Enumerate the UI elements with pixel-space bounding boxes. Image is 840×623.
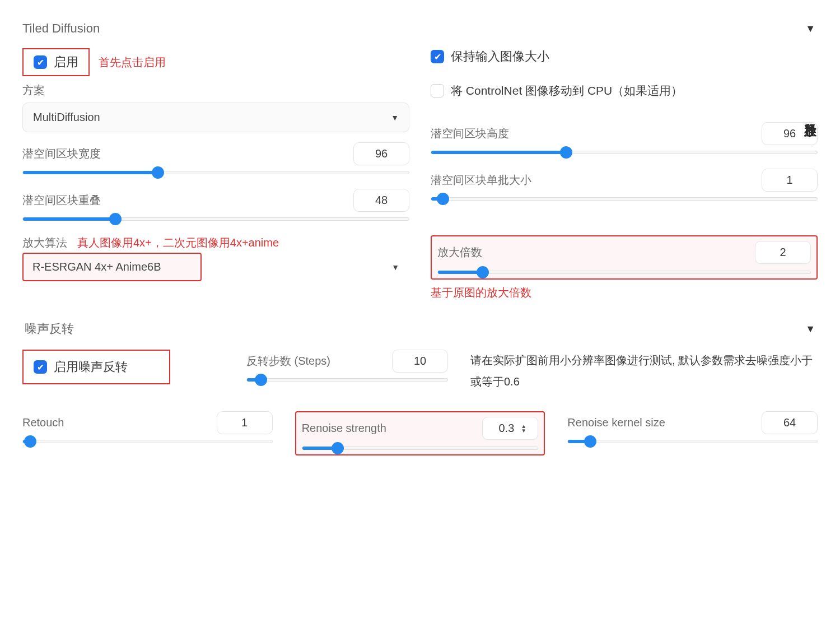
retouch-value[interactable]: 1 bbox=[217, 411, 273, 434]
move-controlnet-cpu-label: 将 ControlNet 图像移动到 CPU（如果适用） bbox=[451, 83, 683, 99]
tile-batch-slider[interactable] bbox=[431, 197, 818, 201]
collapse-icon[interactable]: ▼ bbox=[805, 23, 815, 35]
tile-batch-value[interactable]: 1 bbox=[762, 169, 818, 192]
section-title-tiled-diffusion: Tiled Diffusion bbox=[22, 21, 100, 36]
renoise-kernel-value[interactable]: 64 bbox=[762, 411, 818, 434]
scheme-label: 方案 bbox=[22, 83, 409, 98]
renoise-strength-label: Renoise strength bbox=[302, 422, 386, 435]
tile-height-label: 潜空间区块高度 bbox=[431, 126, 509, 141]
chevron-down-icon: ▼ bbox=[391, 113, 399, 122]
tile-overlap-value[interactable]: 48 bbox=[353, 189, 409, 212]
upscale-factor-slider[interactable] bbox=[437, 271, 811, 274]
upscale-factor-label: 放大倍数 bbox=[437, 245, 482, 260]
enable-noise-inversion-label: 启用噪声反转 bbox=[54, 359, 128, 375]
enable-checkbox[interactable]: ✔ bbox=[34, 55, 47, 69]
tile-width-value[interactable]: 96 bbox=[353, 142, 409, 165]
upscale-algo-value: R-ESRGAN 4x+ Anime6B bbox=[32, 261, 161, 273]
move-controlnet-cpu-checkbox[interactable] bbox=[431, 84, 444, 97]
tile-width-label: 潜空间区块宽度 bbox=[22, 146, 101, 161]
upscale-algo-dropdown[interactable]: R-ESRGAN 4x+ Anime6B ▼ bbox=[22, 253, 409, 281]
renoise-strength-slider[interactable] bbox=[302, 447, 539, 450]
renoise-kernel-slider[interactable] bbox=[567, 440, 818, 443]
inversion-steps-value[interactable]: 10 bbox=[392, 350, 448, 373]
enable-annotation: 首先点击启用 bbox=[99, 55, 166, 70]
inversion-steps-label: 反转步数 (Steps) bbox=[246, 354, 330, 369]
section-title-noise-inversion: 噪声反转 bbox=[25, 320, 74, 337]
keep-input-size-label: 保持输入图像大小 bbox=[451, 48, 549, 65]
noise-inversion-help-text: 请在实际扩图前用小分辨率图像进行测试, 默认参数需求去噪强度小于或等于0.6 bbox=[470, 350, 818, 392]
upscale-algo-label: 放大算法 bbox=[22, 235, 67, 250]
tile-width-slider[interactable] bbox=[22, 171, 409, 174]
upscale-factor-annotation: 基于原图的放大倍数 bbox=[431, 285, 818, 300]
tile-height-slider[interactable] bbox=[431, 151, 818, 154]
tile-height-value[interactable]: 96 bbox=[762, 122, 818, 145]
tile-batch-label: 潜空间区块单批大小 bbox=[431, 173, 531, 188]
upscale-algo-annotation: 真人图像用4x+，二次元图像用4x+anime bbox=[77, 235, 279, 250]
keep-input-size-checkbox[interactable]: ✔ bbox=[431, 50, 444, 63]
enable-noise-inversion-checkbox[interactable]: ✔ bbox=[34, 360, 47, 374]
renoise-strength-value-input[interactable]: 0.3 ▲▼ bbox=[482, 417, 538, 440]
stepper-arrows-icon[interactable]: ▲▼ bbox=[521, 424, 526, 433]
scheme-value: MultiDiffusion bbox=[33, 111, 100, 124]
collapse-icon[interactable]: ▼ bbox=[805, 323, 815, 335]
inversion-steps-slider[interactable] bbox=[246, 378, 448, 382]
upscale-factor-value[interactable]: 2 bbox=[755, 241, 811, 264]
retouch-slider[interactable] bbox=[22, 440, 273, 443]
enable-label: 启用 bbox=[54, 54, 78, 71]
renoise-strength-value: 0.3 bbox=[498, 422, 514, 435]
chevron-down-icon: ▼ bbox=[391, 263, 399, 272]
renoise-kernel-label: Renoise kernel size bbox=[567, 416, 665, 429]
free-vram-button[interactable]: 释放显 bbox=[802, 113, 819, 117]
tile-overlap-label: 潜空间区块重叠 bbox=[22, 193, 101, 208]
scheme-dropdown[interactable]: MultiDiffusion ▼ bbox=[22, 103, 409, 132]
tile-overlap-slider[interactable] bbox=[22, 217, 409, 221]
retouch-label: Retouch bbox=[22, 416, 64, 429]
